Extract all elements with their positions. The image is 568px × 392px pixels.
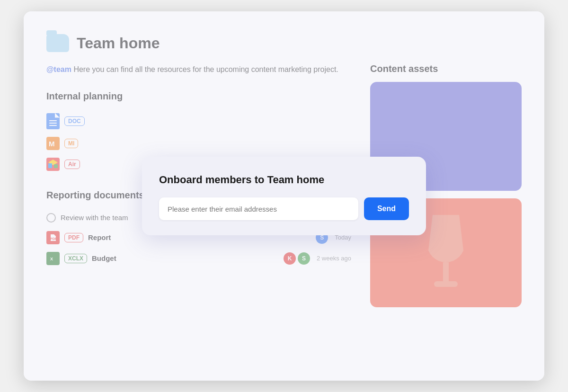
- send-button[interactable]: Send: [364, 197, 409, 220]
- modal-card: Onboard members to Team home Send: [142, 157, 426, 235]
- modal-input-row: Send: [159, 197, 409, 220]
- app-window: Team home @team Here you can find all th…: [24, 11, 544, 381]
- modal-title: Onboard members to Team home: [159, 174, 409, 186]
- email-input[interactable]: [159, 197, 358, 220]
- modal-overlay: Onboard members to Team home Send: [24, 11, 544, 381]
